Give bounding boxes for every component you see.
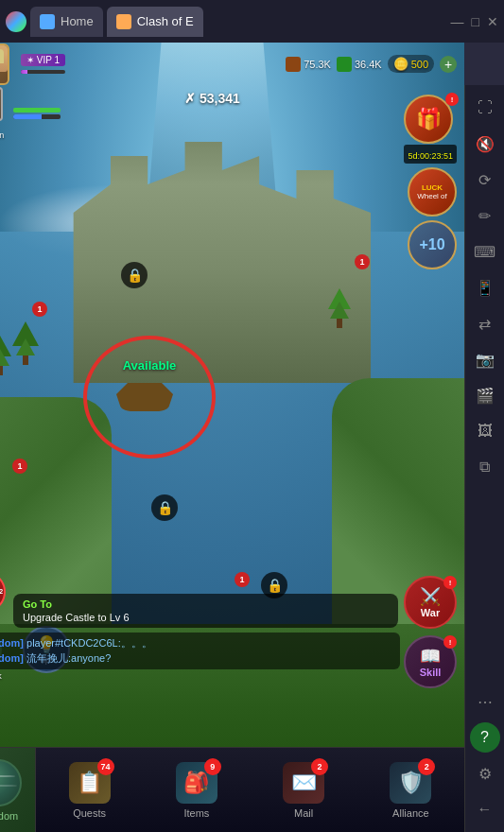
food-resource: 36.4K — [337, 57, 382, 72]
plus10-btn[interactable]: +10 — [408, 220, 457, 269]
goto-bar[interactable]: Go To Upgrade Castle to Lv 6 — [13, 594, 398, 628]
luck-wheel-btn[interactable]: LUCK Wheel of — [408, 167, 457, 217]
mail-icon-symbol: ✉️ — [291, 771, 317, 795]
war-icon: ⚔️ — [420, 586, 441, 607]
quests-icon-symbol: 📋 — [77, 771, 102, 795]
chat-line-2: [Kingdom] 流年挽儿:anyone? — [0, 651, 392, 666]
tree-5 — [328, 288, 351, 328]
tab-game[interactable]: Clash of E — [107, 7, 203, 37]
workmen-section[interactable]: 15/0/15 Workmen — [0, 87, 4, 140]
vip-power-section: ✶ VIP 1 — [21, 54, 65, 74]
video-button[interactable]: 🎬 — [470, 380, 500, 410]
gold-amount: 500 — [411, 59, 428, 70]
alliance-nav-item[interactable]: 🛡️ 2 Alliance — [380, 762, 442, 819]
alliance-icon: 🛡️ 2 — [390, 762, 431, 804]
chat-name-2: 流年挽儿:anyone? — [26, 652, 111, 664]
multi-button[interactable]: ⧉ — [470, 452, 500, 482]
quests-icon: 📋 74 — [69, 762, 111, 804]
edit-icon: ✏ — [478, 207, 491, 225]
phone-button[interactable]: 📱 — [470, 272, 500, 303]
volume-button[interactable]: 🔇 — [470, 129, 500, 159]
war-notification: ! — [443, 576, 457, 589]
power-display: ✗ 53,341 — [184, 90, 240, 107]
quests-badge: 74 — [97, 758, 114, 775]
goto-task-text: Upgrade Castle to Lv 6 — [23, 612, 389, 623]
workmen-label: Workmen — [0, 130, 4, 140]
player-avatar[interactable]: 7 — [0, 43, 9, 85]
close-button[interactable]: ✕ — [487, 14, 498, 29]
war-button[interactable]: ⚔️ War ! — [404, 576, 457, 629]
maximize-button[interactable]: □ — [472, 14, 479, 29]
daily-task-label: Daily-Task — [0, 671, 2, 681]
video-icon: 🎬 — [476, 387, 495, 405]
more-icon: ⋯ — [478, 693, 493, 711]
chat-area: [Kingdom] player#tCKDC2C6L:。。。 [Kingdom]… — [0, 633, 400, 669]
settings-button[interactable]: ⚙ — [470, 758, 500, 789]
keyboard-icon: ⌨ — [474, 243, 495, 261]
items-nav-item[interactable]: 🎒 9 Items — [165, 762, 227, 819]
fullscreen-button[interactable]: ⛶ — [470, 93, 500, 123]
wood-icon — [286, 57, 301, 72]
lock-icon-2: 🔒 — [151, 494, 178, 521]
wood-resource: 75.3K — [286, 57, 331, 72]
hp-bar-1 — [13, 108, 61, 113]
skill-icon: 📖 — [420, 646, 441, 667]
kingdom-button[interactable]: Kingdom — [0, 748, 36, 833]
help-icon: ? — [480, 729, 489, 746]
help-button[interactable]: ? — [470, 722, 500, 753]
add-gold-button[interactable]: + — [440, 56, 457, 73]
tab-home[interactable]: Home — [30, 7, 103, 37]
power-text: ✗ 53,341 — [184, 91, 240, 106]
fullscreen-icon: ⛶ — [478, 99, 493, 116]
items-icon: 🎒 9 — [176, 762, 217, 804]
vip-label: ✶ VIP 1 — [21, 54, 65, 66]
tab-home-label: Home — [61, 14, 94, 28]
war-label: War — [421, 607, 440, 618]
more-button[interactable]: ⋯ — [470, 686, 500, 717]
ship[interactable] — [116, 383, 173, 411]
camera-switch-button[interactable]: ⇄ — [470, 308, 500, 338]
alliance-icon-symbol: 🛡️ — [398, 771, 424, 795]
tree-3 — [12, 321, 39, 365]
tree-2 — [0, 336, 11, 375]
skill-button[interactable]: 📖 Skill ! — [404, 635, 457, 688]
gift-timer-text: 5d:00:23:51 — [408, 151, 453, 161]
mail-nav-item[interactable]: ✉️ 2 Mail — [273, 762, 335, 819]
gift-timer: 5d:00:23:51 — [404, 145, 457, 164]
food-amount: 36.4K — [355, 59, 382, 70]
back-button[interactable]: ← — [470, 794, 500, 824]
items-label: Items — [183, 807, 209, 819]
wood-amount: 75.3K — [304, 59, 331, 70]
back-icon: ← — [478, 801, 493, 818]
kingdom-globe — [0, 759, 22, 806]
settings-icon: ⚙ — [478, 765, 492, 783]
edit-button[interactable]: ✏ — [470, 200, 500, 231]
mail-icon: ✉️ 2 — [283, 762, 324, 804]
lock-icon-1: 🔒 — [121, 262, 148, 288]
camera-button[interactable]: 📷 — [470, 344, 500, 374]
gallery-button[interactable]: 🖼 — [470, 416, 500, 446]
gift-timer-btn[interactable]: 🎁 ! 5d:00:23:51 — [404, 95, 457, 164]
skill-notification: ! — [443, 635, 457, 649]
chat-line-1: [Kingdom] player#tCKDC2C6L:。。。 — [0, 636, 392, 650]
volume-icon: 🔇 — [476, 135, 495, 153]
flag-badge-3: 1 — [12, 459, 27, 474]
keyboard-button[interactable]: ⌨ — [470, 236, 500, 267]
camera-icon: 📷 — [476, 351, 495, 369]
gallery-icon: 🖼 — [478, 423, 493, 440]
right-toolbar: ⛶ 🔇 ⟳ ✏ ⌨ 📱 ⇄ 📷 🎬 — [464, 85, 504, 832]
countdown-circle: 6d:21:47:22 — [0, 571, 6, 613]
resources-bar: 75.3K 36.4K 🪙 500 + — [286, 55, 457, 73]
rotate-button[interactable]: ⟳ — [470, 165, 500, 195]
second-hud-row: 15/0/15 Workmen — [0, 87, 61, 140]
gift-emoji: 🎁 — [416, 107, 442, 131]
items-icon-symbol: 🎒 — [183, 771, 209, 795]
gift-notification: ! — [445, 93, 459, 106]
food-icon — [337, 57, 352, 72]
hp-bars — [13, 108, 61, 119]
mail-badge: 2 — [311, 758, 328, 775]
hud-top: 7 ✶ VIP 1 75.3K 36.4K — [0, 43, 464, 85]
minimize-button[interactable]: — — [451, 14, 464, 29]
quests-nav-item[interactable]: 📋 74 Quests — [59, 762, 120, 819]
workmen-avatar — [0, 87, 3, 121]
